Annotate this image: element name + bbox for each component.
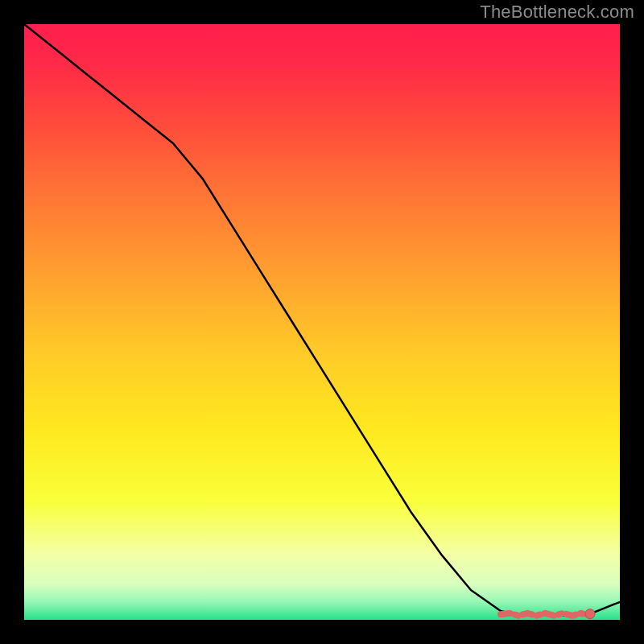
- plot-background: [24, 24, 620, 620]
- flat-highlight: [501, 613, 590, 616]
- chart-canvas: [0, 0, 644, 644]
- chart-stage: TheBottleneck.com: [0, 0, 644, 644]
- end-marker: [585, 609, 595, 619]
